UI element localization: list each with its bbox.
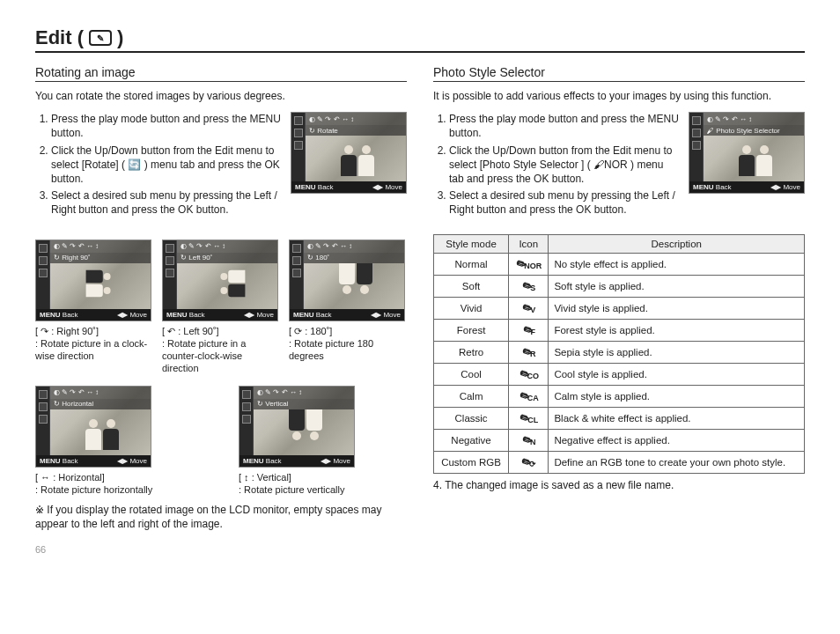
caption-line2: : Rotate picture vertically	[239, 484, 344, 495]
cell-icon: ✎R	[509, 341, 549, 363]
thumb-move: Move	[129, 457, 147, 465]
title-text: Edit (	[35, 26, 84, 49]
thumb-back: Back	[316, 311, 332, 319]
cell-desc: Forest style is applied.	[549, 319, 805, 341]
lcd-preview-rotate: ◐ ✎ ↷ ↶ ↔ ↕ ↻ Rotate MENU Back ◀▶ Move	[291, 112, 407, 194]
left-column: Rotating an image You can rotate the sto…	[35, 65, 407, 555]
subhead-style: Photo Style Selector	[433, 65, 805, 82]
cell-desc: Define an RGB tone to create your own ph…	[549, 451, 805, 473]
cell-desc: Sepia style is applied.	[549, 341, 805, 363]
table-row: Custom RGB ✎⟳ Define an RGB tone to crea…	[434, 451, 805, 473]
th-mode: Style mode	[434, 234, 509, 253]
cell-mode: Normal	[434, 253, 509, 275]
thumb-back: Back	[63, 311, 78, 319]
cell-icon: ✎NOR	[509, 253, 549, 275]
title-close: )	[117, 26, 123, 49]
thumb-item: ◐ ✎ ↷ ↶ ↔ ↕ ↻ Right 90˚ MENU Back ◀▶ Mov…	[35, 240, 153, 375]
thumb-move: Move	[333, 457, 350, 465]
thumb-item: ◐ ✎ ↷ ↶ ↔ ↕ ↻ Vertical MENU Back ◀▶ Move…	[239, 386, 407, 497]
cell-mode: Vivid	[434, 297, 509, 319]
caption-line2: : Rotate picture in a counter-clock-wise…	[162, 338, 246, 374]
lcd-thumb: ◐ ✎ ↷ ↶ ↔ ↕ ↻ 180˚ MENU Back ◀▶ Move	[289, 240, 405, 321]
steps-rotate: Press the play mode button and press the…	[35, 112, 282, 219]
thumb-move: Move	[256, 311, 274, 319]
cell-icon: ✎V	[509, 297, 549, 319]
caption-line1: [ ↕ : Vertical]	[239, 471, 407, 483]
cell-desc: Soft style is applied.	[549, 275, 805, 297]
cell-desc: Negative effect is applied.	[549, 429, 805, 451]
cell-mode: Custom RGB	[434, 451, 509, 473]
thumb-item: ◐ ✎ ↷ ↶ ↔ ↕ ↻ 180˚ MENU Back ◀▶ Move [ ⟳…	[289, 240, 407, 375]
table-row: Soft ✎S Soft style is applied.	[434, 275, 805, 297]
intro-rotate: You can rotate the stored images by vari…	[35, 89, 407, 103]
caption-line2: : Rotate picture horizontally	[35, 484, 152, 495]
table-row: Retro ✎R Sepia style is applied.	[434, 341, 805, 363]
rotate-icon: ↻	[54, 254, 60, 262]
thumb-back: Back	[266, 457, 282, 465]
thumb-caption: [ ⟳ : 180˚] : Rotate picture 180 degrees	[289, 325, 407, 363]
caption-line2: : Rotate picture 180 degrees	[289, 338, 373, 361]
thumb-item: ◐ ✎ ↷ ↶ ↔ ↕ ↻ Horizontal MENU Back ◀▶ Mo…	[35, 386, 203, 497]
cell-desc: Black & white effect is applied.	[549, 407, 805, 429]
brush-icon: 🖌	[707, 127, 714, 135]
step: Press the play mode button and press the…	[449, 112, 680, 140]
lcd-move: Move	[385, 183, 402, 191]
cell-mode: Negative	[434, 429, 509, 451]
thumb-caption: [ ↶ : Left 90˚] : Rotate picture in a co…	[162, 325, 280, 375]
caption-line1: [ ↷ : Right 90˚]	[35, 325, 153, 337]
step: Click the Up/Down button from the Edit m…	[449, 144, 680, 187]
thumb-banner: 180˚	[315, 254, 329, 262]
note-rotate: If you display the rotated image on the …	[35, 503, 407, 531]
thumb-move: Move	[129, 311, 147, 319]
lcd-move: Move	[783, 183, 800, 191]
table-row: Classic ✎CL Black & white effect is appl…	[434, 407, 805, 429]
closing: 4. The changed image is saved as a new f…	[433, 479, 805, 491]
cell-mode: Forest	[434, 319, 509, 341]
caption-line1: [ ↶ : Left 90˚]	[162, 325, 280, 337]
lcd-preview-style: ◐ ✎ ↷ ↶ ↔ ↕ 🖌 Photo Style Selector MENU …	[689, 112, 805, 194]
thumb-banner: Vertical	[265, 400, 288, 408]
rotate-icon: ↻	[257, 400, 263, 408]
right-column: Photo Style Selector It is possible to a…	[433, 65, 805, 555]
rotate-icon: ↻	[307, 254, 313, 262]
caption-line2: : Rotate picture in a clock-wise directi…	[35, 338, 147, 361]
cell-desc: Cool style is applied.	[549, 363, 805, 385]
th-desc: Description	[549, 234, 805, 253]
cell-mode: Calm	[434, 385, 509, 407]
cell-mode: Soft	[434, 275, 509, 297]
cell-icon: ✎N	[509, 429, 549, 451]
caption-line1: [ ↔ : Horizontal]	[35, 471, 203, 483]
caption-line1: [ ⟳ : 180˚]	[289, 325, 407, 337]
step: Select a desired sub menu by pressing th…	[51, 188, 282, 217]
thumb-caption: [ ↷ : Right 90˚] : Rotate picture in a c…	[35, 325, 153, 363]
cell-icon: ✎CO	[509, 363, 549, 385]
rotate-icon: ↻	[181, 254, 187, 262]
thumb-row-2: ◐ ✎ ↷ ↶ ↔ ↕ ↻ Horizontal MENU Back ◀▶ Mo…	[35, 386, 407, 497]
table-row: Negative ✎N Negative effect is applied.	[434, 429, 805, 451]
thumb-banner: Horizontal	[62, 400, 93, 408]
table-row: Forest ✎F Forest style is applied.	[434, 319, 805, 341]
cell-desc: Calm style is applied.	[549, 385, 805, 407]
th-icon: Icon	[509, 234, 549, 253]
cell-desc: Vivid style is applied.	[549, 297, 805, 319]
cell-icon: ✎F	[509, 319, 549, 341]
cell-icon: ✎CA	[509, 385, 549, 407]
lcd-banner: Photo Style Selector	[716, 127, 779, 135]
rotate-icon: ↻	[309, 127, 315, 135]
lcd-thumb: ◐ ✎ ↷ ↶ ↔ ↕ ↻ Left 90˚ MENU Back ◀▶ Move	[162, 240, 278, 321]
thumb-banner: Left 90˚	[188, 254, 212, 262]
cell-mode: Cool	[434, 363, 509, 385]
cell-mode: Retro	[434, 341, 509, 363]
lcd-thumb: ◐ ✎ ↷ ↶ ↔ ↕ ↻ Right 90˚ MENU Back ◀▶ Mov…	[35, 240, 151, 321]
subhead-rotate: Rotating an image	[35, 65, 407, 82]
thumb-item: ◐ ✎ ↷ ↶ ↔ ↕ ↻ Left 90˚ MENU Back ◀▶ Move…	[162, 240, 280, 375]
thumb-back: Back	[189, 311, 205, 319]
lcd-thumb: ◐ ✎ ↷ ↶ ↔ ↕ ↻ Horizontal MENU Back ◀▶ Mo…	[35, 386, 151, 468]
page-number: 66	[35, 544, 407, 555]
style-table: Style mode Icon Description Normal ✎NOR …	[433, 234, 805, 474]
step: Select a desired sub menu by pressing th…	[449, 188, 680, 217]
table-row: Vivid ✎V Vivid style is applied.	[434, 297, 805, 319]
cell-icon: ✎CL	[509, 407, 549, 429]
cell-mode: Classic	[434, 407, 509, 429]
thumb-back: Back	[63, 457, 78, 465]
